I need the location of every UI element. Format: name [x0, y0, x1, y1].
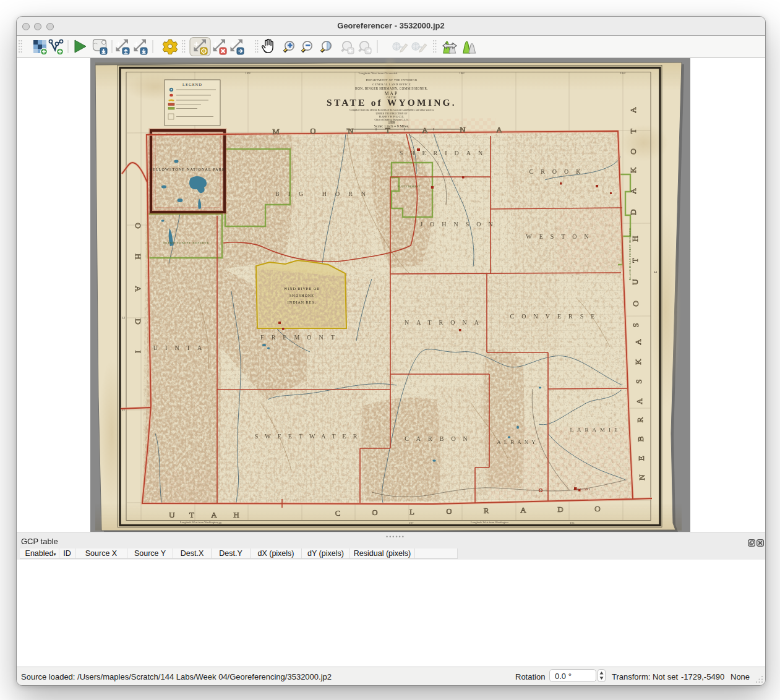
svg-text:C: C — [335, 508, 341, 518]
svg-text:O: O — [594, 504, 600, 513]
svg-text:44: 44 — [122, 316, 126, 319]
svg-text:104°: 104° — [620, 72, 626, 75]
svg-text:A: A — [211, 510, 217, 519]
svg-text:105: 105 — [570, 521, 575, 524]
svg-text:JOHNSON: JOHNSON — [420, 221, 500, 228]
svg-text:106°: 106° — [459, 72, 465, 75]
svg-text:PLATTE RESERVE: PLATTE RESERVE — [397, 185, 420, 188]
svg-text:D: D — [557, 505, 563, 514]
svg-text:Longitude West from Washington: Longitude West from Washington — [180, 521, 218, 524]
svg-text:E: E — [636, 456, 646, 461]
svg-text:A: A — [134, 286, 143, 292]
svg-text:O: O — [446, 506, 452, 516]
svg-text:O: O — [134, 223, 143, 228]
svg-text:110: 110 — [217, 521, 222, 524]
svg-text:U: U — [169, 510, 175, 519]
svg-text:DEPARTMENT OF THE INTERIOR: DEPARTMENT OF THE INTERIOR — [366, 79, 418, 82]
svg-text:K: K — [628, 167, 638, 173]
svg-text:UINTA: UINTA — [153, 344, 209, 351]
svg-text:O: O — [628, 148, 638, 154]
svg-text:SWEETWATER: SWEETWATER — [255, 433, 364, 440]
svg-text:WIND RIVER OR: WIND RIVER OR — [284, 287, 320, 291]
svg-text:STATE of WYOMING.: STATE of WYOMING. — [327, 97, 456, 108]
svg-text:Longitude West from Greenwich: Longitude West from Greenwich — [358, 72, 398, 75]
svg-text:INDIAN RES.: INDIAN RES. — [288, 301, 316, 304]
svg-text:N: N — [348, 126, 354, 135]
svg-text:HON. BINGER HERMANN, COMMISSIO: HON. BINGER HERMANN, COMMISSIONER. — [355, 87, 428, 90]
svg-text:107: 107 — [409, 521, 414, 524]
svg-text:H: H — [134, 254, 143, 259]
svg-text:H: H — [630, 236, 640, 241]
svg-text:SHERIDAN: SHERIDAN — [400, 150, 491, 156]
svg-text:D: D — [628, 209, 638, 215]
svg-text:A: A — [633, 339, 643, 345]
svg-text:T: T — [630, 258, 640, 263]
svg-text:44: 44 — [654, 270, 658, 273]
svg-text:R: R — [484, 506, 489, 515]
svg-text:CROOK: CROOK — [529, 168, 588, 175]
svg-text:O: O — [310, 126, 315, 135]
svg-text:SHOSHONE: SHOSHONE — [289, 294, 314, 297]
svg-text:K: K — [633, 359, 643, 365]
svg-text:NATRONA: NATRONA — [405, 319, 486, 326]
svg-text:BLACK HILLS FOREST RESERVE: BLACK HILLS FOREST RESERVE — [628, 228, 632, 280]
svg-text:42: 42 — [122, 409, 126, 412]
svg-text:A: A — [496, 125, 502, 134]
svg-text:Scale: 1 inch = 9 Miles.: Scale: 1 inch = 9 Miles. — [374, 124, 409, 128]
svg-text:T: T — [628, 129, 638, 134]
svg-text:A: A — [520, 505, 526, 514]
svg-text:M: M — [272, 127, 280, 136]
svg-text:R: R — [635, 417, 645, 422]
svg-text:CARBON: CARBON — [405, 435, 475, 442]
svg-text:I: I — [134, 351, 143, 353]
svg-text:A: A — [628, 107, 638, 113]
svg-text:O: O — [631, 301, 640, 306]
svg-text:S: S — [631, 323, 640, 327]
svg-text:U: U — [630, 279, 640, 285]
svg-text:N: N — [637, 474, 646, 480]
svg-text:Longitude West from Washington: Longitude West from Washington — [471, 521, 508, 524]
svg-text:WESTON: WESTON — [526, 233, 596, 240]
svg-text:L: L — [409, 507, 414, 516]
svg-text:Compiled from the official Rec: Compiled from the official Records of th… — [349, 108, 434, 111]
svg-text:LEGEND: LEGEND — [182, 82, 202, 87]
svg-text:S: S — [634, 379, 643, 383]
svg-text:T: T — [189, 510, 194, 519]
svg-text:A: A — [422, 126, 428, 135]
svg-text:BIG HORN: BIG HORN — [275, 190, 374, 197]
svg-text:CHEYENNE: CHEYENNE — [574, 488, 591, 491]
svg-text:A: A — [628, 188, 638, 194]
svg-text:CONVERSE: CONVERSE — [510, 313, 602, 320]
svg-text:TETON FOREST RESERVE: TETON FOREST RESERVE — [163, 241, 209, 244]
svg-text:A: A — [635, 398, 644, 404]
svg-text:B: B — [636, 436, 645, 442]
svg-text:ALBANY: ALBANY — [497, 439, 539, 445]
svg-text:O: O — [372, 508, 377, 517]
svg-text:T: T — [385, 126, 390, 135]
svg-text:N: N — [460, 125, 466, 134]
svg-text:GENERAL LAND OFFICE: GENERAL LAND OFFICE — [372, 83, 411, 86]
svg-text:FREMONT: FREMONT — [260, 334, 342, 341]
svg-text:D: D — [134, 318, 143, 324]
svg-text:LARAMIE: LARAMIE — [570, 427, 622, 433]
svg-text:H: H — [233, 510, 239, 519]
svg-text:109°: 109° — [245, 72, 251, 75]
svg-text:YELLOWSTONE NATIONAL PARK: YELLOWSTONE NATIONAL PARK — [149, 168, 225, 171]
